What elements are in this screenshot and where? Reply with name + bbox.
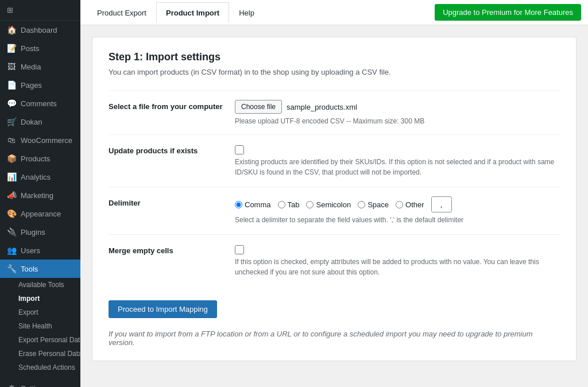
card-subtitle: You can import products (in CSV format) … <box>109 68 560 76</box>
delimiter-label: Delimiter <box>109 196 223 207</box>
posts-icon: 📝 <box>7 44 16 53</box>
sidebar-sub-available-tools[interactable]: Available Tools <box>7 278 80 292</box>
media-icon: 🖼 <box>7 62 16 71</box>
sidebar-sub-scheduled-actions[interactable]: Scheduled Actions <box>7 361 80 374</box>
file-name-display: sample_products.xml <box>287 103 357 111</box>
delimiter-tab[interactable]: Tab <box>278 200 300 209</box>
update-label: Update products if exists <box>109 144 223 155</box>
delimiter-custom-input[interactable] <box>431 196 452 212</box>
analytics-icon: 📊 <box>7 172 16 181</box>
sidebar-item-users[interactable]: 👥 Users <box>0 241 80 260</box>
delimiter-row: Delimiter Comma Tab Semicolo <box>109 187 560 234</box>
delimiter-comma[interactable]: Comma <box>235 200 271 209</box>
update-products-checkbox[interactable] <box>235 145 244 154</box>
card-title: Step 1: Import settings <box>109 51 560 63</box>
comma-radio[interactable] <box>235 201 242 208</box>
comments-icon: 💬 <box>7 99 16 108</box>
merge-cells-row: Merge empty cells If this option is chec… <box>109 234 560 287</box>
sidebar-item-comments[interactable]: 💬 Comments <box>0 94 80 113</box>
settings-icon: ⚙ <box>7 384 16 387</box>
delimiter-space[interactable]: Space <box>358 200 389 209</box>
file-hint: Please upload UTF-8 encoded CSV -- Maxim… <box>235 117 560 125</box>
upgrade-button[interactable]: Upgrade to Premium for More Features <box>435 4 581 21</box>
delimiter-options: Comma Tab Semicolon Space <box>235 196 560 212</box>
sidebar-sub-erase-personal-data[interactable]: Erase Personal Data <box>7 347 80 361</box>
tab-product-export[interactable]: Product Export <box>87 2 156 23</box>
semicolon-radio[interactable] <box>306 201 314 208</box>
delimiter-semicolon[interactable]: Semicolon <box>306 200 351 209</box>
merge-field: If this option is checked, empty attribu… <box>235 244 560 277</box>
sidebar-item-dashboard[interactable]: 🏠 Dashboard <box>0 21 80 39</box>
proceed-button[interactable]: Proceed to Import Mapping <box>109 300 217 318</box>
pages-icon: 📄 <box>7 80 16 90</box>
choose-file-button[interactable]: Choose file <box>235 100 282 114</box>
merge-cells-checkbox[interactable] <box>235 245 244 254</box>
sidebar-item-pages[interactable]: 📄 Pages <box>0 76 80 94</box>
dashboard-icon: 🏠 <box>7 25 16 34</box>
delimiter-other[interactable]: Other <box>396 200 424 209</box>
dokan-icon: 🛒 <box>7 117 16 126</box>
sidebar: ⊞ 🏠 Dashboard 📝 Posts 🖼 Media 📄 Pages 💬 … <box>0 0 80 387</box>
ftp-notice: If you want to import from a FTP locatio… <box>109 330 560 347</box>
tabs-bar: Product Export Product Import Help Upgra… <box>80 0 588 25</box>
file-row: Choose file sample_products.xml <box>235 100 560 114</box>
sidebar-item-dokan[interactable]: 🛒 Dokan <box>0 113 80 131</box>
update-products-row: Update products if exists Existing produ… <box>109 134 560 187</box>
marketing-icon: 📣 <box>7 191 16 200</box>
update-field: Existing products are identified by thei… <box>235 144 560 177</box>
wp-icon: ⊞ <box>7 6 13 14</box>
other-radio[interactable] <box>396 201 403 208</box>
file-selection-row: Select a file from your computer Choose … <box>109 90 560 134</box>
file-field: Choose file sample_products.xml Please u… <box>235 100 560 125</box>
merge-checkbox-wrapper <box>235 244 560 254</box>
plugins-icon: 🔌 <box>7 227 16 237</box>
update-description: Existing products are identified by thei… <box>235 157 560 177</box>
proceed-section: Proceed to Import Mapping <box>109 296 560 318</box>
woocommerce-icon: 🛍 <box>7 136 16 145</box>
file-label: Select a file from your computer <box>109 100 223 111</box>
sidebar-sub-export[interactable]: Export <box>7 305 80 319</box>
users-icon: 👥 <box>7 246 16 255</box>
sidebar-sub-import[interactable]: Import <box>7 292 80 305</box>
sidebar-sub-site-health[interactable]: Site Health <box>7 319 80 333</box>
tab-product-import[interactable]: Product Import <box>156 2 229 23</box>
main-content: Product Export Product Import Help Upgra… <box>80 0 588 387</box>
sidebar-item-media[interactable]: 🖼 Media <box>0 57 80 76</box>
space-radio[interactable] <box>358 201 365 208</box>
sidebar-item-settings[interactable]: ⚙ Settings <box>0 379 80 387</box>
sidebar-item-marketing[interactable]: 📣 Marketing <box>0 186 80 204</box>
tools-icon: 🔧 <box>7 264 16 273</box>
sidebar-item-appearance[interactable]: 🎨 Appearance <box>0 204 80 223</box>
sidebar-sub-export-personal-data[interactable]: Export Personal Data <box>7 333 80 347</box>
update-checkbox-wrapper <box>235 144 560 154</box>
sidebar-item-plugins[interactable]: 🔌 Plugins <box>0 223 80 241</box>
sidebar-item-posts[interactable]: 📝 Posts <box>0 39 80 57</box>
sidebar-item-tools[interactable]: 🔧 Tools <box>0 260 80 278</box>
delimiter-hint: Select a delimiter to separate the field… <box>235 215 560 225</box>
sidebar-item-products[interactable]: 📦 Products <box>0 149 80 168</box>
products-icon: 📦 <box>7 154 16 163</box>
delimiter-field: Comma Tab Semicolon Space <box>235 196 560 225</box>
tab-help[interactable]: Help <box>229 2 264 23</box>
import-card: Step 1: Import settings You can import p… <box>92 37 577 361</box>
merge-label: Merge empty cells <box>109 244 223 255</box>
sidebar-item-analytics[interactable]: 📊 Analytics <box>0 168 80 186</box>
appearance-icon: 🎨 <box>7 209 16 218</box>
sidebar-item-woocommerce[interactable]: 🛍 WooCommerce <box>0 131 80 149</box>
merge-description: If this option is checked, empty attribu… <box>235 257 560 277</box>
tools-submenu: Available Tools Import Export Site Healt… <box>0 278 80 374</box>
sidebar-logo: ⊞ <box>0 0 80 21</box>
content-area: Step 1: Import settings You can import p… <box>80 25 588 387</box>
tab-radio[interactable] <box>278 201 285 208</box>
